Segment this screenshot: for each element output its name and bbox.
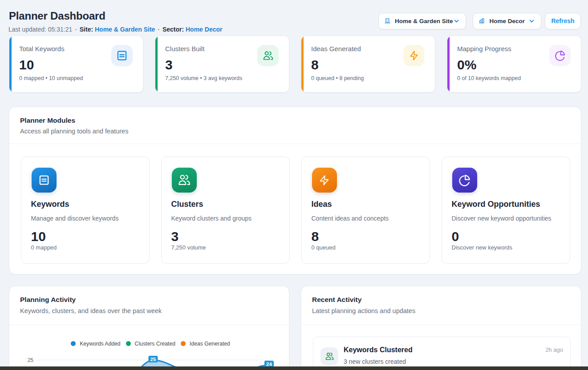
svg-text:25: 25	[150, 357, 156, 362]
svg-text:24: 24	[266, 362, 272, 367]
svg-text:25: 25	[28, 357, 34, 363]
